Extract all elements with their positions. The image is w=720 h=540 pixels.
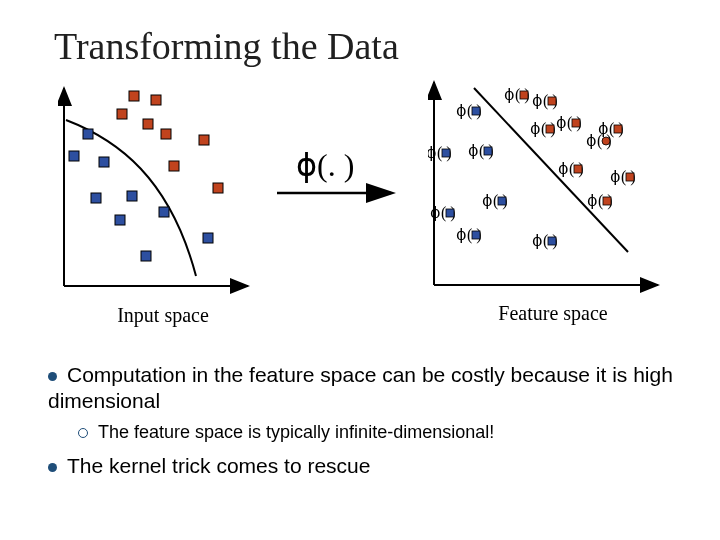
phi-blue-marker: ϕ( )	[482, 192, 508, 210]
red-square-marker	[213, 183, 223, 193]
blue-square-marker	[115, 215, 125, 225]
svg-rect-21	[548, 97, 556, 105]
svg-rect-33	[603, 197, 611, 205]
red-square-marker	[129, 91, 139, 101]
bullet-body: Computation in the feature space can be …	[44, 362, 676, 479]
svg-rect-8	[83, 129, 93, 139]
svg-rect-4	[161, 129, 171, 139]
svg-rect-12	[127, 191, 137, 201]
bullet-disc-icon	[48, 463, 57, 472]
feature-space-svg: ϕ( )ϕ( )ϕ( )ϕ( )ϕ( )ϕ( )ϕ( )ϕ( )ϕ( )ϕ( )…	[428, 80, 678, 300]
blue-square-marker	[203, 233, 213, 243]
svg-rect-35	[472, 107, 480, 115]
phi-blue-marker: ϕ( )	[456, 102, 482, 120]
svg-rect-0	[129, 91, 139, 101]
bullet-1a-text: The feature space is typically infinite-…	[98, 422, 494, 442]
diagram-row: Input space ϕ(. ) ϕ( )ϕ( )ϕ( )ϕ( )ϕ( )ϕ(…	[48, 76, 688, 356]
phi-red-marker: ϕ( )	[532, 92, 558, 110]
bullet-1-text: Computation in the feature space can be …	[48, 363, 673, 412]
red-square-marker	[117, 109, 127, 119]
svg-rect-25	[546, 125, 554, 133]
svg-rect-5	[199, 135, 209, 145]
svg-rect-9	[69, 151, 79, 161]
phi-red-marker: ϕ( )	[504, 86, 530, 104]
phi-red-marker: ϕ( )	[586, 132, 612, 150]
phi-blue-marker: ϕ( )	[468, 142, 494, 160]
red-square-marker	[199, 135, 209, 145]
svg-rect-10	[99, 157, 109, 167]
svg-rect-11	[91, 193, 101, 203]
blue-square-marker	[83, 129, 93, 139]
svg-rect-29	[574, 165, 582, 173]
svg-rect-14	[159, 207, 169, 217]
svg-rect-43	[446, 209, 454, 217]
blue-square-marker	[141, 251, 151, 261]
svg-rect-23	[572, 119, 580, 127]
bullet-2-text: The kernel trick comes to rescue	[67, 454, 370, 477]
svg-rect-7	[213, 183, 223, 193]
phi-blue-marker: ϕ( )	[430, 204, 456, 222]
red-square-marker	[161, 129, 171, 139]
svg-rect-13	[115, 215, 125, 225]
feature-space-label: Feature space	[428, 302, 678, 325]
svg-rect-41	[498, 197, 506, 205]
svg-rect-37	[442, 149, 450, 157]
separating-line	[474, 88, 628, 252]
bullet-1a: The feature space is typically infinite-…	[78, 421, 676, 444]
phi-function-label: ϕ(. )	[296, 146, 354, 184]
feature-space-plot: ϕ( )ϕ( )ϕ( )ϕ( )ϕ( )ϕ( )ϕ( )ϕ( )ϕ( )ϕ( )…	[428, 80, 678, 304]
svg-rect-6	[169, 161, 179, 171]
phi-blue-marker: ϕ( )	[428, 144, 452, 162]
svg-rect-2	[117, 109, 127, 119]
svg-rect-47	[548, 237, 556, 245]
phi-red-marker: ϕ( )	[587, 192, 613, 210]
blue-square-marker	[69, 151, 79, 161]
red-square-marker	[143, 119, 153, 129]
blue-square-marker	[127, 191, 137, 201]
svg-rect-19	[520, 91, 528, 99]
phi-red-marker: ϕ( )	[610, 168, 636, 186]
phi-red-marker: ϕ( )	[558, 160, 584, 178]
blue-square-marker	[99, 157, 109, 167]
svg-point-49	[602, 137, 610, 145]
bullet-disc-icon	[48, 372, 57, 381]
mapping-arrow	[273, 181, 403, 209]
bullet-1: Computation in the feature space can be …	[48, 362, 676, 443]
phi-blue-marker: ϕ( )	[456, 226, 482, 244]
input-space-label: Input space	[58, 304, 268, 327]
red-square-marker	[169, 161, 179, 171]
input-space-plot: Input space	[58, 86, 268, 300]
phi-red-marker: ϕ( )	[530, 120, 556, 138]
blue-square-marker	[159, 207, 169, 217]
phi-blue-marker: ϕ( )	[532, 232, 558, 250]
svg-rect-27	[614, 125, 622, 133]
bullet-ring-icon	[78, 428, 88, 438]
input-space-svg	[58, 86, 258, 296]
svg-rect-15	[141, 251, 151, 261]
svg-rect-1	[151, 95, 161, 105]
svg-rect-39	[484, 147, 492, 155]
svg-rect-3	[143, 119, 153, 129]
svg-rect-45	[472, 231, 480, 239]
svg-rect-31	[626, 173, 634, 181]
bullet-2: The kernel trick comes to rescue	[48, 453, 676, 479]
phi-red-marker: ϕ( )	[556, 114, 582, 132]
svg-rect-16	[203, 233, 213, 243]
red-square-marker	[151, 95, 161, 105]
blue-square-marker	[91, 193, 101, 203]
page-title: Transforming the Data	[54, 24, 676, 68]
